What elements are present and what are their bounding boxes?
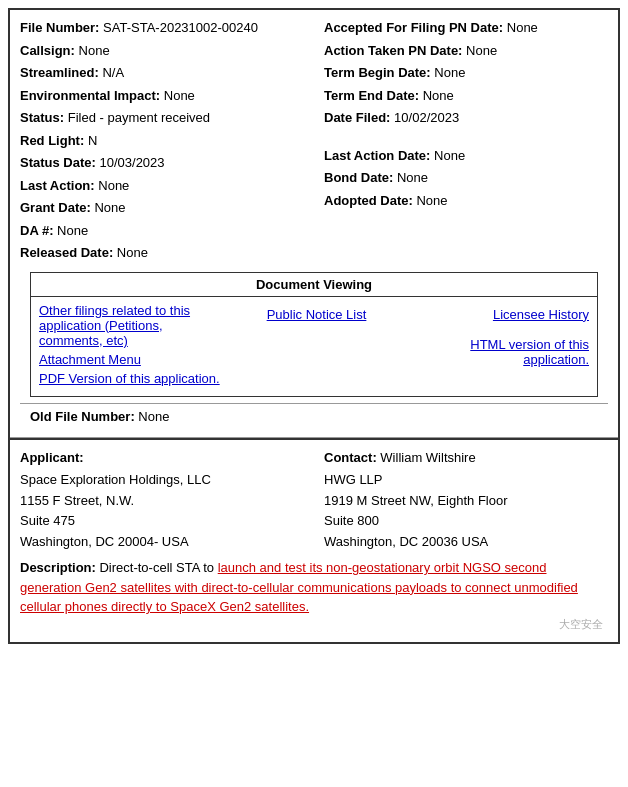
- applicant-columns: Applicant: Space Exploration Holdings, L…: [20, 448, 608, 553]
- contact-addr3: Washington, DC 20036 USA: [324, 532, 608, 552]
- applicant-addr1: 1155 F Street, N.W.: [20, 491, 304, 511]
- grant-date-label: Grant Date:: [20, 200, 91, 215]
- released-date-row: Released Date: None: [20, 243, 304, 263]
- doc-viewing-links: Other filings related to this applicatio…: [31, 297, 597, 396]
- description-label: Description:: [20, 560, 96, 575]
- env-impact-value: None: [164, 88, 195, 103]
- last-action-label: Last Action:: [20, 178, 95, 193]
- old-file-row: Old File Number: None: [20, 403, 608, 429]
- streamlined-row: Streamlined: N/A: [20, 63, 304, 83]
- old-file-value: None: [138, 409, 169, 424]
- file-number-row: File Number: SAT-STA-20231002-00240: [20, 18, 304, 38]
- main-info-section: File Number: SAT-STA-20231002-00240 Call…: [10, 10, 618, 438]
- da-label: DA #:: [20, 223, 53, 238]
- accepted-value: None: [507, 20, 538, 35]
- adopted-date-value: None: [416, 193, 447, 208]
- action-taken-label: Action Taken PN Date:: [324, 43, 462, 58]
- status-date-value: 10/03/2023: [99, 155, 164, 170]
- file-number-value: SAT-STA-20231002-00240: [103, 20, 258, 35]
- released-date-label: Released Date:: [20, 245, 113, 260]
- streamlined-value: N/A: [102, 65, 124, 80]
- last-action-date-label: Last Action Date:: [324, 148, 430, 163]
- released-date-value: None: [117, 245, 148, 260]
- term-end-row: Term End Date: None: [324, 86, 608, 106]
- last-action-date-row: Last Action Date: None: [324, 146, 608, 166]
- pdf-version-link[interactable]: PDF Version of this application.: [39, 371, 221, 386]
- da-row: DA #: None: [20, 221, 304, 241]
- contact-name: William Wiltshire: [380, 450, 475, 465]
- callsign-label: Callsign:: [20, 43, 75, 58]
- status-date-label: Status Date:: [20, 155, 96, 170]
- red-light-value: N: [88, 133, 97, 148]
- env-impact-row: Environmental Impact: None: [20, 86, 304, 106]
- old-file-label: Old File Number:: [30, 409, 135, 424]
- adopted-date-label: Adopted Date:: [324, 193, 413, 208]
- adopted-date-row: Adopted Date: None: [324, 191, 608, 211]
- doc-mid-col: Public Notice List: [226, 303, 408, 322]
- bond-date-row: Bond Date: None: [324, 168, 608, 188]
- contact-label-row: Contact: William Wiltshire: [324, 448, 608, 468]
- da-value: None: [57, 223, 88, 238]
- action-taken-value: None: [466, 43, 497, 58]
- status-date-row: Status Date: 10/03/2023: [20, 153, 304, 173]
- contact-right-col: Contact: William Wiltshire HWG LLP 1919 …: [314, 448, 608, 553]
- term-end-value: None: [423, 88, 454, 103]
- other-filings-link[interactable]: Other filings related to this applicatio…: [39, 303, 221, 348]
- status-label: Status:: [20, 110, 64, 125]
- term-begin-label: Term Begin Date:: [324, 65, 431, 80]
- last-action-row: Last Action: None: [20, 176, 304, 196]
- accepted-label: Accepted For Filing PN Date:: [324, 20, 503, 35]
- last-action-date-value: None: [434, 148, 465, 163]
- date-filed-label: Date Filed:: [324, 110, 390, 125]
- contact-addr1: 1919 M Street NW, Eighth Floor: [324, 491, 608, 511]
- bond-date-label: Bond Date:: [324, 170, 393, 185]
- callsign-value: None: [79, 43, 110, 58]
- watermark: 大空安全: [20, 617, 608, 634]
- term-begin-value: None: [434, 65, 465, 80]
- term-end-label: Term End Date:: [324, 88, 419, 103]
- applicant-addr3: Washington, DC 20004- USA: [20, 532, 304, 552]
- applicant-label-row: Applicant:: [20, 448, 304, 468]
- grant-date-row: Grant Date: None: [20, 198, 304, 218]
- html-version-link[interactable]: HTML version of this application.: [470, 337, 589, 367]
- applicant-left-col: Applicant: Space Exploration Holdings, L…: [20, 448, 314, 553]
- env-impact-label: Environmental Impact:: [20, 88, 160, 103]
- applicant-addr2: Suite 475: [20, 511, 304, 531]
- public-notice-link[interactable]: Public Notice List: [267, 307, 367, 322]
- contact-company: HWG LLP: [324, 470, 608, 490]
- contact-label: Contact:: [324, 450, 377, 465]
- grant-date-value: None: [94, 200, 125, 215]
- info-left-col: File Number: SAT-STA-20231002-00240 Call…: [20, 18, 314, 266]
- info-right-col: Accepted For Filing PN Date: None Action…: [314, 18, 608, 266]
- streamlined-label: Streamlined:: [20, 65, 99, 80]
- document-viewing-section: Document Viewing Other filings related t…: [30, 272, 598, 397]
- applicant-name: Space Exploration Holdings, LLC: [20, 470, 304, 490]
- description-prefix: Direct-to-cell STA to: [99, 560, 217, 575]
- bond-date-value: None: [397, 170, 428, 185]
- doc-left-col: Other filings related to this applicatio…: [39, 303, 226, 390]
- callsign-row: Callsign: None: [20, 41, 304, 61]
- status-value: Filed - payment received: [68, 110, 210, 125]
- applicant-section: Applicant: Space Exploration Holdings, L…: [10, 438, 618, 642]
- description-row: Description: Direct-to-cell STA to launc…: [20, 558, 608, 617]
- contact-addr2: Suite 800: [324, 511, 608, 531]
- doc-viewing-title: Document Viewing: [31, 273, 597, 297]
- file-number-label: File Number:: [20, 20, 99, 35]
- term-begin-row: Term Begin Date: None: [324, 63, 608, 83]
- licensee-history-link[interactable]: Licensee History: [493, 307, 589, 322]
- last-action-value: None: [98, 178, 129, 193]
- action-taken-row: Action Taken PN Date: None: [324, 41, 608, 61]
- attachment-menu-link[interactable]: Attachment Menu: [39, 352, 221, 367]
- accepted-row: Accepted For Filing PN Date: None: [324, 18, 608, 38]
- document-container: File Number: SAT-STA-20231002-00240 Call…: [8, 8, 620, 644]
- applicant-label: Applicant:: [20, 450, 84, 465]
- date-filed-value: 10/02/2023: [394, 110, 459, 125]
- status-row: Status: Filed - payment received: [20, 108, 304, 128]
- red-light-row: Red Light: N: [20, 131, 304, 151]
- date-filed-row: Date Filed: 10/02/2023: [324, 108, 608, 128]
- info-columns: File Number: SAT-STA-20231002-00240 Call…: [20, 18, 608, 266]
- doc-right-col: Licensee History HTML version of this ap…: [407, 303, 589, 367]
- red-light-label: Red Light:: [20, 133, 84, 148]
